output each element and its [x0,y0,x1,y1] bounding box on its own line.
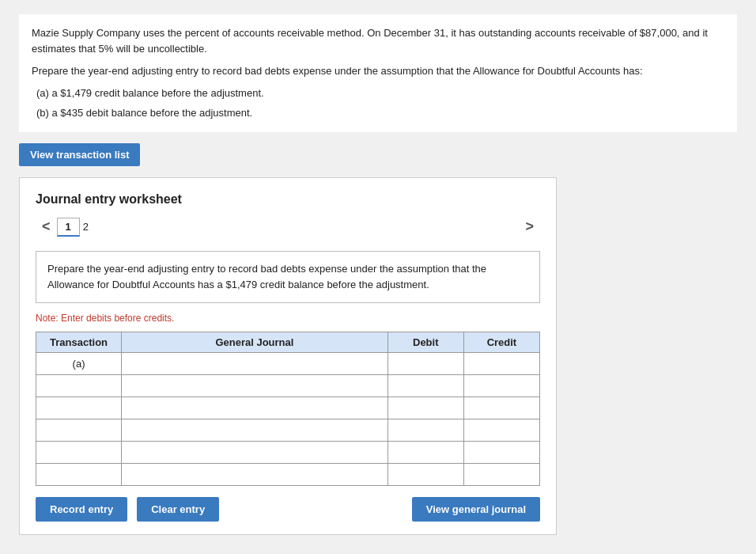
input-credit-2[interactable] [469,401,535,415]
cell-general-3[interactable] [122,419,388,441]
record-entry-button[interactable]: Record entry [36,497,127,522]
input-general-journal-0[interactable] [127,357,383,370]
intro-paragraph2: Prepare the year-end adjusting entry to … [32,63,724,79]
input-debit-1[interactable] [393,379,459,393]
nav-right-arrow[interactable]: > [519,218,540,235]
col-header-transaction: Transaction [36,332,122,352]
tab-2-label[interactable]: 2 [83,221,89,233]
input-debit-0[interactable] [393,357,459,370]
cell-transaction-4 [36,441,122,463]
cell-debit-3[interactable] [387,419,463,441]
cell-credit-3[interactable] [463,419,539,441]
cell-debit-0[interactable] [387,352,463,374]
journal-table: Transaction General Journal Debit Credit… [36,332,540,486]
cell-transaction-3 [36,419,122,441]
table-row [36,463,540,485]
input-general-journal-3[interactable] [127,423,383,437]
input-credit-4[interactable] [469,446,535,459]
nav-row: < 1 2 > [36,218,540,237]
cell-general-2[interactable] [122,397,388,419]
cell-credit-0[interactable] [463,352,539,374]
input-general-journal-2[interactable] [127,401,383,415]
cell-general-5[interactable] [122,463,388,485]
cell-credit-5[interactable] [463,463,539,485]
input-general-journal-4[interactable] [127,446,383,459]
input-credit-5[interactable] [469,468,535,481]
note-text: Note: Enter debits before credits. [36,313,540,324]
worksheet-container: Journal entry worksheet < 1 2 > Prepare … [19,177,557,535]
cell-credit-4[interactable] [463,441,539,463]
col-header-debit: Debit [387,332,463,352]
input-debit-5[interactable] [393,468,459,481]
cell-debit-4[interactable] [387,441,463,463]
scenario-b: (b) a $435 debit balance before the adju… [36,105,724,121]
cell-debit-1[interactable] [387,374,463,397]
table-row [36,374,540,397]
cell-general-0[interactable] [122,352,388,374]
table-row [36,419,540,441]
cell-transaction-5 [36,463,122,485]
view-general-journal-button[interactable]: View general journal [412,497,540,522]
col-header-general-journal: General Journal [122,332,388,352]
intro-section: Mazie Supply Company uses the percent of… [19,14,737,132]
input-credit-0[interactable] [469,357,535,370]
instruction-box: Prepare the year-end adjusting entry to … [36,251,540,303]
cell-debit-2[interactable] [387,397,463,419]
instruction-text: Prepare the year-end adjusting entry to … [47,263,486,290]
intro-paragraph1: Mazie Supply Company uses the percent of… [32,25,724,57]
button-row: Record entry Clear entry View general jo… [36,497,540,522]
view-transactions-button[interactable]: View transaction list [19,143,140,166]
clear-entry-button[interactable]: Clear entry [137,497,219,522]
table-row [36,397,540,419]
cell-transaction-2 [36,397,122,419]
cell-general-1[interactable] [122,374,388,397]
cell-transaction-1 [36,374,122,397]
cell-credit-2[interactable] [463,397,539,419]
table-row: (a) [36,352,540,374]
cell-credit-1[interactable] [463,374,539,397]
scenario-a: (a) a $1,479 credit balance before the a… [36,85,724,101]
input-debit-2[interactable] [393,401,459,415]
input-general-journal-5[interactable] [127,468,383,481]
cell-general-4[interactable] [122,441,388,463]
input-credit-1[interactable] [469,379,535,393]
col-header-credit: Credit [463,332,539,352]
input-general-journal-1[interactable] [127,379,383,393]
table-row [36,441,540,463]
tab-1[interactable]: 1 [57,218,80,237]
input-debit-4[interactable] [393,446,459,459]
nav-left-arrow[interactable]: < [36,218,57,235]
cell-transaction-0: (a) [36,352,122,374]
input-debit-3[interactable] [393,423,459,437]
input-credit-3[interactable] [469,423,535,437]
cell-debit-5[interactable] [387,463,463,485]
worksheet-title: Journal entry worksheet [36,192,540,207]
